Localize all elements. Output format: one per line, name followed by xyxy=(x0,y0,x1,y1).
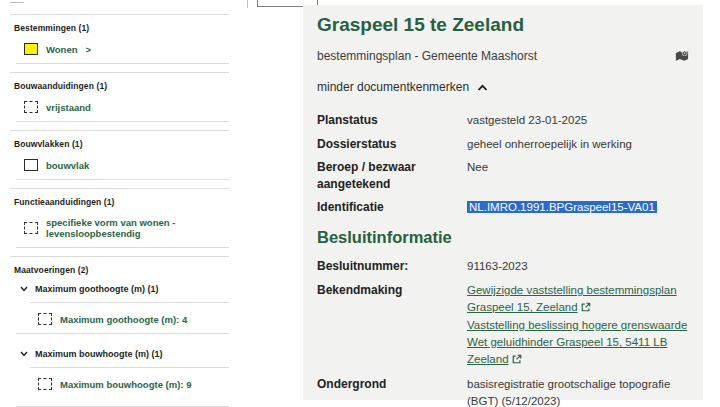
kv-value: vastgesteld 23-01-2025 xyxy=(467,112,689,129)
bekendmaking-link-2[interactable]: Vaststelling beslissing hogere grenswaar… xyxy=(467,319,687,366)
goothoogte-swatch xyxy=(38,313,52,325)
plan-type-subtitle: bestemmingsplan - Gemeente Maashorst xyxy=(317,49,537,63)
legend-group-functieaanduidingen-title: Functieaanduidingen (1) xyxy=(14,197,229,207)
legend-item-vrijstaand: vrijstaand xyxy=(24,101,229,113)
vrijstaand-swatch xyxy=(24,101,38,113)
bouwhoogte-swatch xyxy=(38,378,52,390)
legend-item-label: Maximum bouwhoogte (m): 9 xyxy=(60,379,191,390)
divider xyxy=(30,302,229,303)
wonen-color-swatch xyxy=(24,43,38,55)
cutoff-element-fragment xyxy=(10,2,24,3)
kv-label: Planstatus xyxy=(317,112,465,129)
chevron-up-icon xyxy=(477,78,488,96)
legend-group-bouwaanduidingen-title: Bouwaanduidingen (1) xyxy=(14,81,229,91)
link-text: Vaststelling beslissing hogere grenswaar… xyxy=(467,319,687,366)
legend-subgroup-label: Maximum goothoogte (m) (1) xyxy=(35,284,159,294)
kv-value-identificatie: NL.IMRO.1991.BPGraspeel15-VA01 xyxy=(467,199,689,216)
legend-group-bouwvlakken-title: Bouwvlakken (1) xyxy=(14,139,229,149)
divider xyxy=(10,72,229,73)
divider xyxy=(10,14,229,15)
divider xyxy=(10,256,229,257)
legend-group-maatvoeringen-title: Maatvoeringen (2) xyxy=(14,265,229,275)
legend-group-bestemmingen-title: Bestemmingen (1) xyxy=(14,23,229,33)
map-with-pin-icon xyxy=(675,50,689,65)
toggle-documentkenmerken[interactable]: minder documentkenmerken xyxy=(317,78,689,96)
kv-value: basisregistratie grootschalige topografi… xyxy=(467,376,689,407)
kv-label: Besluitnummer: xyxy=(317,258,465,275)
besluitinformatie-table: Besluitnummer: 91163-2023 Bekendmaking G… xyxy=(317,258,689,407)
bekendmaking-link-1[interactable]: Gewijzigde vaststelling bestemmingsplan … xyxy=(467,284,677,313)
legend-item-specifieke-vorm: specifieke vorm van wonen - levensloopbe… xyxy=(24,217,229,239)
chevron-down-icon xyxy=(20,351,28,357)
external-link-icon xyxy=(581,300,591,317)
chevron-right-icon: > xyxy=(86,44,92,55)
legend-subgroup-goothoogte[interactable]: Maximum goothoogte (m) (1) xyxy=(20,284,229,294)
divider xyxy=(10,130,229,131)
legend-subgroup-label: Maximum bouwhoogte (m) (1) xyxy=(35,349,163,359)
kv-label: Identificatie xyxy=(317,199,465,216)
legend-item-label: vrijstaand xyxy=(46,102,91,113)
kv-value: geheel onherroepelijk in werking xyxy=(467,136,689,153)
legend-item-label: Wonen xyxy=(46,44,78,55)
selected-identificatie-text: NL.IMRO.1991.BPGraspeel15-VA01 xyxy=(467,201,657,213)
page-title: Graspeel 15 te Zeeland xyxy=(317,14,689,36)
kv-value: 91163-2023 xyxy=(467,258,689,275)
legend-item-goothoogte: Maximum goothoogte (m): 4 xyxy=(38,313,229,325)
link-text: Gewijzigde vaststelling bestemmingsplan … xyxy=(467,284,677,313)
legend-item-bouwhoogte: Maximum bouwhoogte (m): 9 xyxy=(38,378,229,390)
specifieke-vorm-swatch xyxy=(24,222,38,234)
document-detail-panel: Graspeel 15 te Zeeland bestemmingsplan -… xyxy=(303,5,703,400)
legend-item-wonen[interactable]: Wonen > xyxy=(24,43,229,55)
external-link-icon xyxy=(512,352,522,369)
legend-subgroup-bouwhoogte[interactable]: Maximum bouwhoogte (m) (1) xyxy=(20,349,229,359)
scrollbar-fragment xyxy=(247,0,248,8)
divider xyxy=(10,188,229,189)
kv-label: Beroep / bezwaar aangetekend xyxy=(317,159,465,191)
legend-sidebar: Bestemmingen (1) Wonen > Bouwaanduidinge… xyxy=(0,0,229,407)
divider xyxy=(30,367,229,368)
kv-label: Ondergrond xyxy=(317,376,465,407)
toggle-label: minder documentkenmerken xyxy=(317,80,469,94)
documentkenmerken-table: Planstatus vastgesteld 23-01-2025 Dossie… xyxy=(317,112,689,215)
chevron-down-icon xyxy=(20,286,28,292)
legend-item-label: bouwvlak xyxy=(46,160,89,171)
legend-item-label: specifieke vorm van wonen - levensloopbe… xyxy=(46,217,229,239)
legend-item-bouwvlak: bouwvlak xyxy=(24,159,229,171)
kv-label: Dossierstatus xyxy=(317,136,465,153)
viewer-window: Bestemmingen (1) Wonen > Bouwaanduidinge… xyxy=(0,0,720,407)
legend-item-label: Maximum goothoogte (m): 4 xyxy=(60,314,187,325)
kv-label: Bekendmaking xyxy=(317,282,465,369)
show-on-map-button[interactable] xyxy=(675,50,689,62)
kv-value: Nee xyxy=(467,159,689,191)
bouwvlak-swatch xyxy=(24,159,38,171)
besluitinformatie-heading: Besluitinformatie xyxy=(317,228,689,247)
